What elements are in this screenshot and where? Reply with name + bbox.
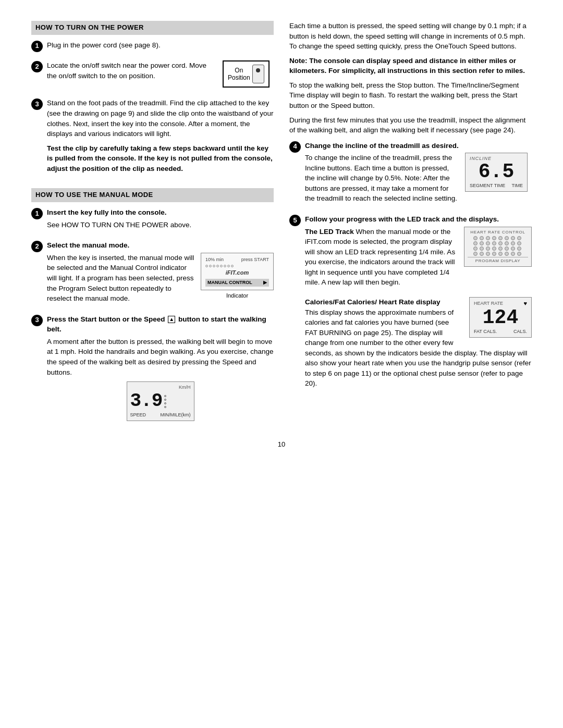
- hr-fat-cals-label: FAT CALS.: [474, 328, 497, 335]
- dot-6: [224, 265, 226, 267]
- incline-bottom-labels: SEGMENT TIME TIME: [470, 182, 523, 189]
- calories-subtitle: Calories/Fat Calories/ Heart Rate displa…: [305, 298, 440, 306]
- manual-control-bar: MANUAL CONTROL ▶: [205, 279, 269, 287]
- speed-label: SPEED: [130, 412, 146, 418]
- intro-note-prefix: Note: The console can display speed and …: [289, 57, 525, 75]
- hrc-d-14: [505, 241, 509, 245]
- right-step-5-content: Follow your progress with the LED track …: [305, 214, 532, 393]
- hrc-d-25: [473, 252, 478, 256]
- hrc-program-display: PROGRAM DISPLAY: [468, 257, 528, 264]
- on-position-figure: OnPosition: [223, 60, 270, 88]
- manual-indicator-figure: 10% min press START: [201, 253, 274, 300]
- hrc-d-30: [505, 252, 509, 256]
- hrc-d-16: [517, 241, 521, 245]
- speed-value: 3.9: [130, 392, 163, 411]
- led-track-body: When the manual mode or the iFIT.com mod…: [305, 228, 455, 287]
- right-step-4-content: Change the incline of the treadmill as d…: [305, 141, 528, 208]
- hrc-d-10: [480, 241, 484, 245]
- indicator-top-right: press START: [241, 256, 269, 263]
- hrc-d-20: [492, 246, 496, 251]
- dot-7: [227, 265, 230, 267]
- hrc-d-26: [480, 252, 484, 256]
- heart-rate-figure: HEART RATE ♥ 124 FAT CALS. CALS.: [469, 297, 532, 338]
- speed-display-figure: Km/H 3.9 SPEED MIN/MI: [127, 381, 194, 421]
- manual-control-arrow: ▶: [263, 279, 267, 286]
- hr-heart-icon: ♥: [523, 300, 527, 308]
- right-step-5: 5 Follow your progress with the LED trac…: [289, 214, 532, 393]
- right-step-num-4: 4: [289, 141, 301, 153]
- hrc-d-8: [517, 236, 521, 240]
- incline-figure: INCLINE 6.5 SEGMENT TIME TIME: [465, 153, 528, 192]
- hrc-d-32: [517, 252, 521, 256]
- page-layout: HOW TO TURN ON THE POWER 1 Plug in the p…: [31, 21, 532, 427]
- led-track-subtitle: The LED Track: [305, 228, 354, 236]
- hrc-d-29: [498, 252, 503, 256]
- hrc-d-22: [505, 246, 509, 251]
- manual-step-1-title: Insert the key fully into the console.: [47, 207, 274, 218]
- manual-step-3-title-text: Press the Start button or the Speed: [47, 315, 165, 323]
- speed-dot-1: [164, 395, 166, 397]
- manual-step-3: 3 Press the Start button or the Speed ▲ …: [31, 314, 274, 421]
- manual-step-3-text1: A moment after the button is pressed, th…: [47, 337, 274, 377]
- hrc-d-11: [486, 241, 490, 245]
- step-num-3: 3: [31, 98, 43, 110]
- manual-step-num-3: 3: [31, 315, 43, 326]
- right-step-5-title: Follow your progress with the LED track …: [305, 214, 532, 225]
- hrc-d-24: [517, 246, 521, 251]
- right-step-4-title: Change the incline of the treadmill as d…: [305, 141, 528, 151]
- hrc-d-4: [492, 236, 496, 240]
- hrc-d-2: [480, 236, 484, 240]
- manual-step-3-speed-arrow: ▲: [168, 316, 175, 323]
- hrc-d-28: [492, 252, 496, 256]
- dot-3: [213, 265, 215, 267]
- speed-figure-wrapper: Km/H 3.9 SPEED MIN/MI: [47, 381, 274, 421]
- on-position-box: OnPosition: [223, 60, 270, 88]
- dot-1: [205, 265, 208, 267]
- heart-rate-control-box: HEART RATE CONTROL PROGRAM DISPLAY: [464, 227, 532, 267]
- dot-4: [216, 265, 219, 267]
- hrc-d-15: [511, 241, 515, 245]
- right-intro: Each time a button is pressed, the speed…: [289, 21, 532, 135]
- step-1-content: Plug in the power cord (see page 8).: [47, 40, 274, 55]
- indicator-label: Indicator: [201, 292, 274, 300]
- ifit-logo: iFIT.com: [205, 269, 269, 277]
- manual-step-2: 2 Select the manual mode. 10% min press …: [31, 240, 274, 307]
- intro-p1: Each time a button is pressed, the speed…: [289, 21, 532, 52]
- right-column: Each time a button is pressed, the speed…: [289, 21, 532, 427]
- hrc-d-3: [486, 236, 490, 240]
- hrc-d-13: [498, 241, 503, 245]
- hr-bottom-labels: FAT CALS. CALS.: [474, 328, 527, 335]
- right-step-4: 4 Change the incline of the treadmill as…: [289, 141, 532, 208]
- manual-step-1-content: Insert the key fully into the console. S…: [47, 207, 274, 234]
- manual-step-3-content: Press the Start button or the Speed ▲ bu…: [47, 314, 274, 421]
- hr-value: 124: [474, 308, 527, 328]
- hrc-d-6: [505, 236, 509, 240]
- step-2-content: OnPosition Locate the on/off switch near…: [47, 60, 270, 92]
- on-position-text: OnPosition: [228, 67, 250, 82]
- hrc-d-17: [473, 246, 478, 251]
- section-header-manual: HOW TO USE THE MANUAL MODE: [31, 188, 274, 202]
- indicator-dots-row: [205, 265, 269, 267]
- hrc-dot-grid: [473, 236, 522, 256]
- speed-bottom-labels: SPEED MIN/MILE(km): [130, 412, 191, 418]
- incline-display-box: INCLINE 6.5 SEGMENT TIME TIME: [465, 153, 528, 192]
- hrc-d-27: [486, 252, 490, 256]
- manual-step-1-text: See HOW TO TURN ON THE POWER above.: [47, 220, 274, 230]
- speed-display-inner: 3.9: [130, 392, 191, 411]
- left-column: HOW TO TURN ON THE POWER 1 Plug in the p…: [31, 21, 274, 427]
- speed-side-dots: [164, 392, 166, 411]
- dot-5: [220, 265, 223, 267]
- hrc-title: HEART RATE CONTROL: [468, 229, 528, 236]
- dot-8: [231, 265, 234, 267]
- intro-p2: To stop the walking belt, press the Stop…: [289, 80, 532, 111]
- led-track-section: HEART RATE CONTROL PROGRAM DISPLAY: [305, 227, 532, 292]
- hrc-d-1: [473, 236, 478, 240]
- step-3-power: 3 Stand on the foot pads of the treadmil…: [31, 98, 274, 178]
- hrc-d-19: [486, 246, 490, 251]
- hrc-d-7: [511, 236, 515, 240]
- hrc-d-18: [480, 246, 484, 251]
- hrc-d-9: [473, 241, 478, 245]
- manual-step-num-1: 1: [31, 208, 43, 219]
- hr-cals-label: CALS.: [513, 328, 527, 335]
- hrc-d-23: [511, 246, 515, 251]
